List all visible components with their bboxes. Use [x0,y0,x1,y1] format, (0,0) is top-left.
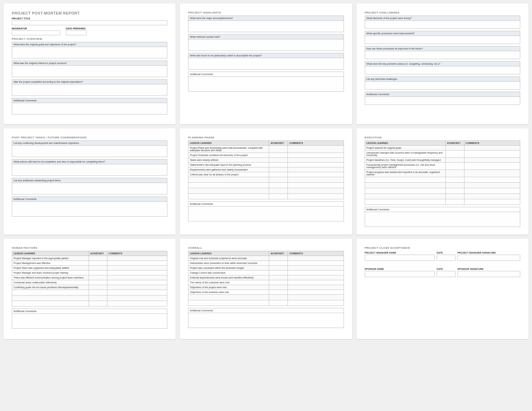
comments-cell[interactable] [288,146,344,153]
comments-cell[interactable] [107,271,167,275]
achieved-cell[interactable] [89,295,107,301]
lesson-cell[interactable] [365,188,445,194]
achieved-cell[interactable] [89,271,107,275]
achieved-cell[interactable] [269,183,288,188]
comments-cell[interactable] [464,163,520,170]
comments-cell[interactable] [464,146,520,150]
lesson-cell[interactable] [188,194,269,199]
overview-a3[interactable] [12,84,167,96]
overview-a2[interactable] [12,65,167,77]
postproject-addl-box[interactable] [12,201,167,217]
achieved-cell[interactable] [89,301,107,307]
comments-cell[interactable] [288,163,344,167]
achieved-cell[interactable] [445,194,464,199]
highlights-a1[interactable] [188,20,344,32]
sponsor-name-input[interactable] [365,271,435,277]
project-title-input[interactable] [12,20,167,25]
challenges-a1[interactable] [365,20,520,29]
achieved-cell[interactable] [269,172,288,177]
lesson-cell[interactable] [12,295,89,301]
achieved-cell[interactable] [269,153,288,158]
lesson-cell[interactable] [12,290,89,295]
highlights-addl-box[interactable] [188,76,344,92]
comments-cell[interactable] [288,285,344,290]
comments-cell[interactable] [288,158,344,163]
achieved-cell[interactable] [269,188,288,194]
comments-cell[interactable] [288,266,344,271]
achieved-cell[interactable] [89,266,107,271]
comments-cell[interactable] [288,290,344,295]
comments-cell[interactable] [464,177,520,183]
execution-addl-box[interactable] [365,212,520,227]
achieved-cell[interactable] [269,146,288,153]
planning-addl-box[interactable] [188,206,344,221]
comments-cell[interactable] [288,300,344,306]
lesson-cell[interactable] [188,300,269,306]
comments-cell[interactable] [288,261,344,266]
comments-cell[interactable] [464,170,520,177]
postproject-a3[interactable] [12,183,167,194]
comments-cell[interactable] [464,183,520,188]
achieved-cell[interactable] [269,167,288,172]
challenges-a5[interactable] [365,81,520,90]
challenges-a3[interactable] [365,51,520,59]
achieved-cell[interactable] [269,275,288,280]
achieved-cell[interactable] [445,177,464,183]
lesson-cell[interactable] [188,177,269,183]
date-prepared-input[interactable] [66,30,87,35]
comments-cell[interactable] [288,188,344,194]
comments-cell[interactable] [288,280,344,285]
comments-cell[interactable] [107,285,167,290]
postproject-a2[interactable] [12,164,167,176]
comments-cell[interactable] [288,271,344,275]
comments-cell[interactable] [464,150,520,158]
achieved-cell[interactable] [269,285,288,290]
overview-a1[interactable] [12,47,167,58]
achieved-cell[interactable] [89,285,107,290]
achieved-cell[interactable] [269,177,288,183]
challenges-a2[interactable] [365,36,520,44]
highlights-a2[interactable] [188,39,344,51]
lesson-cell[interactable] [365,183,445,188]
overview-addl-box[interactable] [12,103,167,115]
comments-cell[interactable] [288,172,344,177]
pm-sig-input[interactable] [458,255,520,261]
lesson-cell[interactable] [365,177,445,183]
comments-cell[interactable] [107,266,167,271]
comments-cell[interactable] [107,261,167,266]
highlights-a3[interactable] [188,58,344,70]
achieved-cell[interactable] [269,256,288,261]
moderator-input[interactable] [12,30,60,35]
achieved-cell[interactable] [269,163,288,167]
achieved-cell[interactable] [269,300,288,306]
comments-cell[interactable] [288,275,344,280]
achieved-cell[interactable] [445,150,464,158]
achieved-cell[interactable] [269,194,288,199]
achieved-cell[interactable] [445,199,464,205]
overall-addl-box[interactable] [188,313,344,328]
comments-cell[interactable] [288,167,344,172]
comments-cell[interactable] [107,290,167,295]
achieved-cell[interactable] [269,290,288,295]
achieved-cell[interactable] [269,261,288,266]
achieved-cell[interactable] [269,271,288,275]
comments-cell[interactable] [464,199,520,205]
comments-cell[interactable] [107,275,167,280]
comments-cell[interactable] [288,295,344,300]
achieved-cell[interactable] [445,146,464,150]
achieved-cell[interactable] [445,188,464,194]
achieved-cell[interactable] [445,158,464,163]
lesson-cell[interactable] [188,183,269,188]
achieved-cell[interactable] [445,163,464,170]
lesson-cell[interactable] [188,188,269,194]
challenges-addl-box[interactable] [365,97,520,105]
pm-name-input[interactable] [365,255,435,261]
lesson-cell[interactable] [365,199,445,205]
comments-cell[interactable] [464,158,520,163]
lesson-cell[interactable] [365,194,445,199]
achieved-cell[interactable] [89,275,107,280]
achieved-cell[interactable] [269,280,288,285]
comments-cell[interactable] [107,280,167,285]
challenges-a4[interactable] [365,66,520,74]
sponsor-date-input[interactable] [437,271,455,277]
